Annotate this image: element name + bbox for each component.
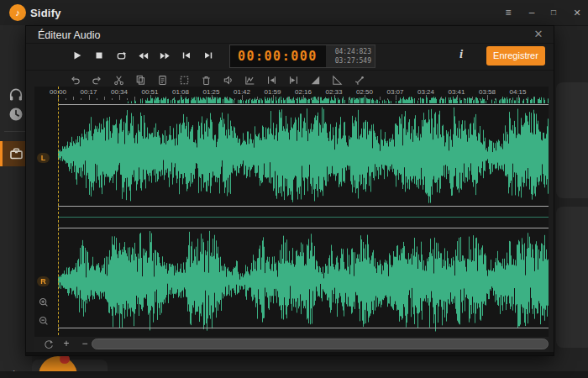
playhead-cursor[interactable]: [58, 87, 59, 335]
zoom-in-icon: [38, 297, 50, 308]
level-chart-icon: [244, 74, 256, 87]
loop-icon: [115, 50, 128, 62]
sidebar-divider: [4, 131, 28, 132]
volume-button[interactable]: [221, 72, 235, 87]
overview-waveform: [58, 95, 549, 103]
selection-icon: [178, 74, 191, 87]
vertical-zoom-in-button[interactable]: [38, 297, 50, 308]
paste-button[interactable]: [155, 72, 170, 87]
select-region-button[interactable]: [177, 72, 192, 87]
dialog-close-button[interactable]: ✕: [530, 27, 547, 42]
headphones-icon: [8, 86, 24, 102]
dialog-title: Éditeur Audio: [38, 29, 100, 41]
fast-forward-button[interactable]: [155, 45, 174, 66]
dialog-footer: [26, 352, 554, 355]
reset-zoom-icon: [43, 339, 55, 350]
anchor-tool-icon: [353, 74, 365, 87]
play-icon: [71, 50, 83, 61]
window-close-button[interactable]: ✕: [570, 6, 585, 19]
delete-button[interactable]: [199, 72, 213, 87]
skip-start-button[interactable]: [177, 45, 196, 66]
total-time: 04:24:823: [329, 47, 371, 56]
loop-button[interactable]: [112, 45, 130, 66]
fade-out-button[interactable]: [330, 72, 344, 87]
window-titlebar: ♪ Sidify ≡ – □ ✕: [0, 0, 588, 26]
channel-divider-line: [58, 217, 549, 218]
edit-toolbar: [68, 72, 366, 87]
divider: [26, 70, 554, 71]
reset-zoom-button[interactable]: [43, 339, 55, 350]
channel-boundary-line: [58, 206, 549, 207]
rewind-icon: [137, 50, 150, 62]
app-title: Sidify: [30, 7, 61, 19]
cut-button[interactable]: [112, 72, 126, 87]
right-channel-badge: R: [37, 276, 50, 286]
copy-icon: [134, 74, 147, 87]
background-panel-right-bottom: [556, 207, 588, 348]
sidebar-item-history[interactable]: [8, 106, 24, 123]
transport-controls: [68, 45, 218, 66]
info-icon[interactable]: i: [453, 47, 470, 64]
stop-icon: [93, 50, 105, 61]
window-footer: [0, 371, 588, 378]
vertical-zoom-out-button[interactable]: [38, 315, 50, 327]
undo-button[interactable]: [68, 72, 82, 87]
clock-icon: [8, 106, 24, 123]
fast-forward-icon: [159, 50, 171, 62]
undo-icon: [69, 74, 81, 87]
duration-times: 04:24:823 03:27:549: [326, 45, 375, 67]
sidebar-item-headphones[interactable]: [8, 86, 24, 102]
remaining-time: 03:27:549: [329, 56, 371, 66]
left-channel-badge: L: [37, 153, 50, 163]
trim-right-button[interactable]: [286, 72, 301, 87]
trim-left-icon: [265, 74, 278, 87]
zoom-out-button[interactable]: −: [78, 337, 92, 352]
fade-out-icon: [331, 74, 344, 87]
redo-button[interactable]: [90, 72, 104, 87]
save-record-button[interactable]: Enregistrer: [486, 46, 545, 66]
redo-icon: [91, 74, 103, 87]
fade-in-button[interactable]: [308, 72, 323, 87]
minimize-button[interactable]: –: [524, 6, 539, 19]
skip-end-button[interactable]: [199, 45, 218, 66]
play-button[interactable]: [68, 45, 87, 66]
zoom-out-icon: [38, 315, 50, 327]
speaker-icon: [222, 74, 234, 87]
scroll-zoom-bar: + −: [34, 337, 549, 352]
toolbox-icon: [8, 145, 24, 161]
trim-left-button[interactable]: [265, 72, 279, 87]
current-time: 00:00:000: [230, 45, 326, 67]
normalize-button[interactable]: [243, 72, 257, 87]
rewind-button[interactable]: [134, 45, 152, 66]
fade-in-icon: [309, 74, 322, 87]
menu-icon[interactable]: ≡: [501, 6, 516, 19]
trim-right-icon: [287, 74, 300, 87]
scissors-icon: [113, 74, 125, 87]
zoom-in-button[interactable]: +: [60, 337, 73, 352]
sidebar-active-indicator: [0, 141, 3, 166]
skip-start-icon: [181, 50, 192, 61]
copy-button[interactable]: [134, 72, 148, 87]
right-channel-waveform[interactable]: [58, 228, 549, 334]
background-panel-right-top: [556, 82, 588, 198]
maximize-button[interactable]: □: [546, 6, 561, 19]
waveform-panel[interactable]: 00:0000:1700:3400:5101:0801:2501:4201:59…: [34, 87, 549, 337]
paste-icon: [156, 74, 169, 87]
skip-end-icon: [202, 50, 214, 61]
left-channel-waveform[interactable]: [58, 104, 549, 206]
stop-button[interactable]: [90, 45, 108, 66]
anchor-tool-button[interactable]: [352, 72, 366, 87]
channel-boundary-line: [58, 328, 549, 328]
audio-editor-dialog: Éditeur Audio ✕: [25, 25, 554, 356]
divider: [26, 43, 554, 44]
time-display: 00:00:000 04:24:823 03:27:549: [229, 45, 375, 68]
app-logo-icon: ♪: [9, 4, 26, 21]
trash-icon: [200, 74, 213, 87]
horizontal-scrollbar[interactable]: [92, 339, 549, 349]
